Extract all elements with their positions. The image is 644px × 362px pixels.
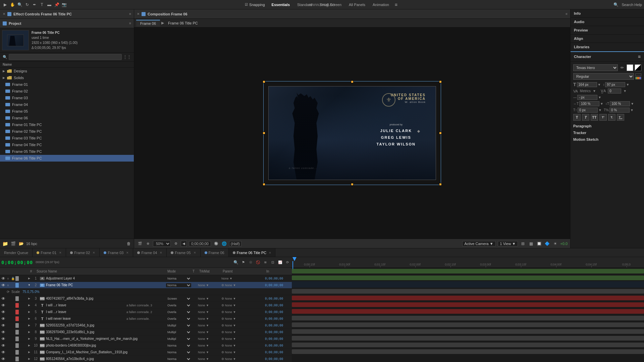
layer-3-mode-select[interactable]: Screen (166, 297, 191, 301)
layer-3-lock-icon[interactable] (11, 297, 15, 301)
list-item[interactable]: Frame 03 Title PC (0, 135, 134, 141)
line-height-input[interactable] (605, 82, 625, 87)
delete-icon[interactable]: 🗑 (126, 241, 132, 247)
bold-style-btn[interactable]: T (573, 114, 581, 121)
layer-8-lock-icon[interactable] (11, 330, 15, 334)
v-scale-input[interactable] (610, 101, 630, 106)
snapping-control[interactable]: ☑ Snapping (245, 3, 265, 7)
timeline-flags-icon[interactable]: ⚑ (240, 259, 246, 265)
layer-2-solo-icon[interactable]: ○ (6, 283, 10, 287)
always-preview-icon[interactable]: 🎬 (137, 241, 143, 247)
solo-layer-icon[interactable]: ☉ (248, 259, 254, 265)
layer-1-lock-icon[interactable]: 🔒 (11, 277, 15, 281)
shy-layer-icon[interactable]: 🚫 (255, 259, 261, 265)
camera-tool-icon[interactable]: 📷 (61, 2, 67, 8)
layer-11-expand-icon[interactable]: ▶ (27, 350, 32, 355)
paragraph-section-header[interactable]: Paragraph (573, 123, 641, 129)
handle-tm[interactable] (351, 80, 354, 83)
font-size-input[interactable] (577, 82, 597, 87)
h-scale-dropdown-icon[interactable]: ▼ (600, 102, 603, 106)
layer-9-lock-icon[interactable] (11, 337, 15, 341)
layer-3-eye-icon[interactable]: 👁 (1, 297, 5, 301)
stroke-dropdown-icon[interactable]: ▼ (598, 96, 601, 99)
layer-10-solo-icon[interactable] (6, 344, 10, 348)
comp-quality-display[interactable]: (Half) (229, 241, 241, 246)
layer-7-solo-icon[interactable] (6, 323, 10, 327)
layer-8-expand-icon[interactable]: ▶ (27, 330, 32, 335)
layer-11-mode-select[interactable]: Norma (166, 350, 191, 354)
handle-tr[interactable] (439, 80, 442, 83)
italic-style-btn[interactable]: T (582, 114, 589, 121)
font-style-select[interactable]: Regular (573, 73, 634, 80)
graph-editor-icon[interactable]: 📈 (277, 259, 283, 265)
zoom-select[interactable]: 50% (153, 241, 171, 247)
layer-6-eye-icon[interactable]: 👁 (1, 317, 5, 321)
list-item[interactable]: Frame 01 (0, 81, 134, 88)
layer-12-eye-icon[interactable]: 👁 (1, 357, 5, 361)
layer-4-eye-icon[interactable]: 👁 (1, 303, 5, 307)
libraries-section-header[interactable]: Libraries (571, 43, 644, 51)
frame02-close-icon[interactable]: ✕ (93, 251, 95, 254)
preview-section-header[interactable]: Preview (571, 26, 644, 34)
layer-5-lock-icon[interactable] (11, 310, 15, 314)
color-manage-icon[interactable]: 🌐 (221, 241, 227, 247)
list-item[interactable]: Frame 02 Title PC (0, 128, 134, 135)
frame01-close-icon[interactable]: ✕ (59, 251, 62, 254)
frame-blend-icon[interactable]: ⊡ (270, 259, 276, 265)
layer-8-solo-icon[interactable] (6, 330, 10, 334)
motion-blur-icon[interactable]: ≋ (262, 259, 268, 265)
new-comp-icon[interactable]: 🎬 (10, 241, 16, 247)
workspace-tab-all-panels[interactable]: All Panels (345, 2, 369, 7)
font-size-dropdown-icon[interactable]: ▼ (598, 83, 601, 86)
list-item[interactable]: Frame 04 (0, 101, 134, 108)
list-item[interactable]: Frame 06 (0, 115, 134, 121)
magnify-icon[interactable]: ⊕ (145, 241, 151, 247)
layer-10-mode-select[interactable]: Norma (166, 344, 191, 348)
v-scale-dropdown-icon[interactable]: ▼ (631, 102, 634, 106)
layer-4-expand-icon[interactable]: ▶ (27, 303, 32, 308)
project-sort-icon[interactable]: ⋮⋮ (123, 55, 131, 59)
baseline-input[interactable] (578, 108, 598, 113)
layer-7-mode-select[interactable]: Multipl (166, 323, 191, 327)
handle-tl[interactable] (263, 80, 265, 83)
layer-10-expand-icon[interactable]: ▶ (27, 343, 32, 348)
align-section-header[interactable]: Align (571, 35, 644, 43)
layer-2-eye-icon[interactable]: 👁 (1, 283, 5, 287)
playhead-icon[interactable]: ◀ (181, 241, 187, 247)
playhead-indicator[interactable] (292, 257, 297, 261)
render-queue-tab[interactable]: Render Queue (0, 248, 33, 257)
baseline-dropdown-icon[interactable]: ▼ (598, 108, 602, 112)
tracking-dropdown-icon[interactable]: ▼ (623, 89, 627, 93)
comp-panel-menu-icon[interactable]: ≡ (566, 12, 568, 16)
layer-10-eye-icon[interactable]: 👁 (1, 344, 5, 348)
table-row[interactable]: 👁 ○ ▼ 2 C Frame 06 Title PC Norma None ▼… (0, 282, 292, 289)
layer-5-eye-icon[interactable]: 👁 (1, 310, 5, 314)
comp-close-icon[interactable]: ✕ (137, 12, 140, 16)
layer-1-expand-icon[interactable]: ▶ (27, 276, 32, 281)
layer-1-eye-icon[interactable]: 👁 (1, 277, 5, 281)
layer-5-mode-select[interactable]: Overla (166, 310, 191, 314)
frame03-close-icon[interactable]: ✕ (126, 251, 129, 254)
layer-12-solo-icon[interactable] (6, 357, 10, 361)
font-name-select[interactable]: Texas Hero (573, 64, 618, 71)
layer-7-eye-icon[interactable]: 👁 (1, 323, 5, 327)
table-row[interactable]: 👁 ▶ 10 IMG photo-borders-1469030030jbv.j… (0, 342, 292, 349)
motion-sketch-section-header[interactable]: Motion Sketch (573, 136, 641, 143)
list-item[interactable]: Frame 02 (0, 88, 134, 95)
layer-2-lock-icon[interactable] (11, 283, 15, 287)
layer-4-lock-icon[interactable] (11, 303, 15, 307)
shape-tool-icon[interactable]: ▬ (46, 2, 52, 8)
active-camera-select[interactable]: Active Camera ▼ (462, 241, 496, 246)
table-row[interactable]: 👁 ▶ 3 IMG 4007419077_af847e3b8a_b.jpg Sc… (0, 295, 292, 302)
render-icon[interactable]: 🔘 (213, 241, 219, 247)
workspace-tab-animation[interactable]: Animation (369, 2, 392, 7)
comp-breadcrumb-tab-frame06[interactable]: Frame 06 (136, 20, 160, 26)
fill-color-swatch[interactable] (627, 64, 633, 71)
table-row[interactable]: 👁 ▶ 4 T I will ...r leave a fallen comra… (0, 302, 292, 309)
layer-11-lock-icon[interactable] (11, 350, 15, 354)
layer-5-solo-icon[interactable] (6, 310, 10, 314)
3d-renderer-icon[interactable]: 🔷 (544, 241, 550, 247)
frame04-close-icon[interactable]: ✕ (160, 251, 162, 254)
info-section-header[interactable]: Info (571, 9, 644, 17)
view-select[interactable]: 1 View ▼ (498, 241, 518, 246)
